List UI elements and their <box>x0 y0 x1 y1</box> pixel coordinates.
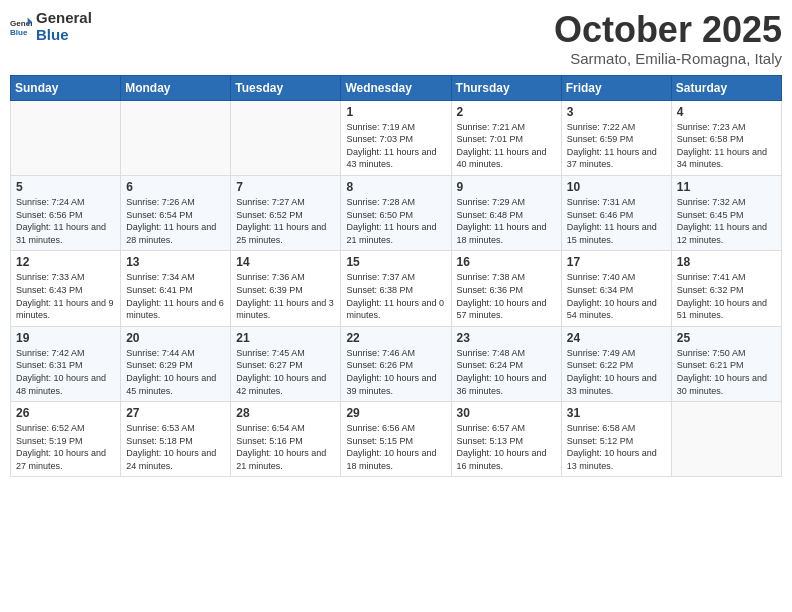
day-info: Sunrise: 7:48 AM Sunset: 6:24 PM Dayligh… <box>457 347 556 397</box>
day-cell: 24Sunrise: 7:49 AM Sunset: 6:22 PM Dayli… <box>561 326 671 401</box>
day-number: 28 <box>236 406 335 420</box>
day-cell <box>121 100 231 175</box>
month-title: October 2025 <box>554 10 782 50</box>
day-info: Sunrise: 7:33 AM Sunset: 6:43 PM Dayligh… <box>16 271 115 321</box>
day-cell: 10Sunrise: 7:31 AM Sunset: 6:46 PM Dayli… <box>561 175 671 250</box>
day-cell: 4Sunrise: 7:23 AM Sunset: 6:58 PM Daylig… <box>671 100 781 175</box>
day-cell: 29Sunrise: 6:56 AM Sunset: 5:15 PM Dayli… <box>341 402 451 477</box>
day-cell: 7Sunrise: 7:27 AM Sunset: 6:52 PM Daylig… <box>231 175 341 250</box>
day-info: Sunrise: 7:19 AM Sunset: 7:03 PM Dayligh… <box>346 121 445 171</box>
day-info: Sunrise: 7:40 AM Sunset: 6:34 PM Dayligh… <box>567 271 666 321</box>
day-cell: 15Sunrise: 7:37 AM Sunset: 6:38 PM Dayli… <box>341 251 451 326</box>
day-cell: 14Sunrise: 7:36 AM Sunset: 6:39 PM Dayli… <box>231 251 341 326</box>
svg-text:Blue: Blue <box>10 28 28 37</box>
day-info: Sunrise: 6:53 AM Sunset: 5:18 PM Dayligh… <box>126 422 225 472</box>
day-info: Sunrise: 7:49 AM Sunset: 6:22 PM Dayligh… <box>567 347 666 397</box>
day-cell: 6Sunrise: 7:26 AM Sunset: 6:54 PM Daylig… <box>121 175 231 250</box>
day-cell: 17Sunrise: 7:40 AM Sunset: 6:34 PM Dayli… <box>561 251 671 326</box>
day-header-wednesday: Wednesday <box>341 75 451 100</box>
day-number: 17 <box>567 255 666 269</box>
day-number: 29 <box>346 406 445 420</box>
day-cell: 18Sunrise: 7:41 AM Sunset: 6:32 PM Dayli… <box>671 251 781 326</box>
day-info: Sunrise: 7:32 AM Sunset: 6:45 PM Dayligh… <box>677 196 776 246</box>
day-header-friday: Friday <box>561 75 671 100</box>
day-cell: 13Sunrise: 7:34 AM Sunset: 6:41 PM Dayli… <box>121 251 231 326</box>
day-number: 19 <box>16 331 115 345</box>
day-cell: 26Sunrise: 6:52 AM Sunset: 5:19 PM Dayli… <box>11 402 121 477</box>
day-number: 20 <box>126 331 225 345</box>
day-info: Sunrise: 6:52 AM Sunset: 5:19 PM Dayligh… <box>16 422 115 472</box>
day-number: 26 <box>16 406 115 420</box>
day-cell <box>671 402 781 477</box>
day-info: Sunrise: 7:27 AM Sunset: 6:52 PM Dayligh… <box>236 196 335 246</box>
day-number: 14 <box>236 255 335 269</box>
location-subtitle: Sarmato, Emilia-Romagna, Italy <box>554 50 782 67</box>
day-number: 18 <box>677 255 776 269</box>
day-header-monday: Monday <box>121 75 231 100</box>
day-cell: 27Sunrise: 6:53 AM Sunset: 5:18 PM Dayli… <box>121 402 231 477</box>
title-section: October 2025 Sarmato, Emilia-Romagna, It… <box>554 10 782 67</box>
day-info: Sunrise: 7:22 AM Sunset: 6:59 PM Dayligh… <box>567 121 666 171</box>
week-row-1: 1Sunrise: 7:19 AM Sunset: 7:03 PM Daylig… <box>11 100 782 175</box>
day-number: 5 <box>16 180 115 194</box>
day-cell: 19Sunrise: 7:42 AM Sunset: 6:31 PM Dayli… <box>11 326 121 401</box>
day-info: Sunrise: 7:42 AM Sunset: 6:31 PM Dayligh… <box>16 347 115 397</box>
day-cell: 1Sunrise: 7:19 AM Sunset: 7:03 PM Daylig… <box>341 100 451 175</box>
day-number: 10 <box>567 180 666 194</box>
day-info: Sunrise: 7:38 AM Sunset: 6:36 PM Dayligh… <box>457 271 556 321</box>
day-number: 4 <box>677 105 776 119</box>
day-cell: 30Sunrise: 6:57 AM Sunset: 5:13 PM Dayli… <box>451 402 561 477</box>
day-info: Sunrise: 7:28 AM Sunset: 6:50 PM Dayligh… <box>346 196 445 246</box>
day-number: 30 <box>457 406 556 420</box>
day-number: 13 <box>126 255 225 269</box>
day-info: Sunrise: 6:54 AM Sunset: 5:16 PM Dayligh… <box>236 422 335 472</box>
day-cell: 11Sunrise: 7:32 AM Sunset: 6:45 PM Dayli… <box>671 175 781 250</box>
day-info: Sunrise: 6:58 AM Sunset: 5:12 PM Dayligh… <box>567 422 666 472</box>
day-header-sunday: Sunday <box>11 75 121 100</box>
day-number: 7 <box>236 180 335 194</box>
day-cell: 9Sunrise: 7:29 AM Sunset: 6:48 PM Daylig… <box>451 175 561 250</box>
day-info: Sunrise: 7:37 AM Sunset: 6:38 PM Dayligh… <box>346 271 445 321</box>
day-info: Sunrise: 7:21 AM Sunset: 7:01 PM Dayligh… <box>457 121 556 171</box>
week-row-3: 12Sunrise: 7:33 AM Sunset: 6:43 PM Dayli… <box>11 251 782 326</box>
day-cell: 8Sunrise: 7:28 AM Sunset: 6:50 PM Daylig… <box>341 175 451 250</box>
logo: General Blue General Blue <box>10 10 92 43</box>
day-cell <box>11 100 121 175</box>
day-info: Sunrise: 7:34 AM Sunset: 6:41 PM Dayligh… <box>126 271 225 321</box>
day-cell: 28Sunrise: 6:54 AM Sunset: 5:16 PM Dayli… <box>231 402 341 477</box>
day-cell: 31Sunrise: 6:58 AM Sunset: 5:12 PM Dayli… <box>561 402 671 477</box>
day-info: Sunrise: 6:57 AM Sunset: 5:13 PM Dayligh… <box>457 422 556 472</box>
week-row-2: 5Sunrise: 7:24 AM Sunset: 6:56 PM Daylig… <box>11 175 782 250</box>
day-number: 8 <box>346 180 445 194</box>
day-cell: 25Sunrise: 7:50 AM Sunset: 6:21 PM Dayli… <box>671 326 781 401</box>
day-header-saturday: Saturday <box>671 75 781 100</box>
day-number: 23 <box>457 331 556 345</box>
day-number: 1 <box>346 105 445 119</box>
calendar: SundayMondayTuesdayWednesdayThursdayFrid… <box>10 75 782 478</box>
day-info: Sunrise: 7:24 AM Sunset: 6:56 PM Dayligh… <box>16 196 115 246</box>
day-info: Sunrise: 7:45 AM Sunset: 6:27 PM Dayligh… <box>236 347 335 397</box>
day-headers-row: SundayMondayTuesdayWednesdayThursdayFrid… <box>11 75 782 100</box>
day-number: 12 <box>16 255 115 269</box>
day-cell: 22Sunrise: 7:46 AM Sunset: 6:26 PM Dayli… <box>341 326 451 401</box>
day-number: 22 <box>346 331 445 345</box>
day-header-thursday: Thursday <box>451 75 561 100</box>
day-cell: 16Sunrise: 7:38 AM Sunset: 6:36 PM Dayli… <box>451 251 561 326</box>
day-header-tuesday: Tuesday <box>231 75 341 100</box>
day-number: 27 <box>126 406 225 420</box>
day-info: Sunrise: 7:26 AM Sunset: 6:54 PM Dayligh… <box>126 196 225 246</box>
day-info: Sunrise: 7:46 AM Sunset: 6:26 PM Dayligh… <box>346 347 445 397</box>
day-number: 15 <box>346 255 445 269</box>
day-info: Sunrise: 7:36 AM Sunset: 6:39 PM Dayligh… <box>236 271 335 321</box>
day-info: Sunrise: 7:50 AM Sunset: 6:21 PM Dayligh… <box>677 347 776 397</box>
day-info: Sunrise: 7:31 AM Sunset: 6:46 PM Dayligh… <box>567 196 666 246</box>
day-cell: 12Sunrise: 7:33 AM Sunset: 6:43 PM Dayli… <box>11 251 121 326</box>
day-cell: 3Sunrise: 7:22 AM Sunset: 6:59 PM Daylig… <box>561 100 671 175</box>
day-cell: 5Sunrise: 7:24 AM Sunset: 6:56 PM Daylig… <box>11 175 121 250</box>
day-info: Sunrise: 7:29 AM Sunset: 6:48 PM Dayligh… <box>457 196 556 246</box>
logo-general-text: General <box>36 10 92 27</box>
day-cell: 2Sunrise: 7:21 AM Sunset: 7:01 PM Daylig… <box>451 100 561 175</box>
day-number: 11 <box>677 180 776 194</box>
day-number: 21 <box>236 331 335 345</box>
day-cell: 23Sunrise: 7:48 AM Sunset: 6:24 PM Dayli… <box>451 326 561 401</box>
